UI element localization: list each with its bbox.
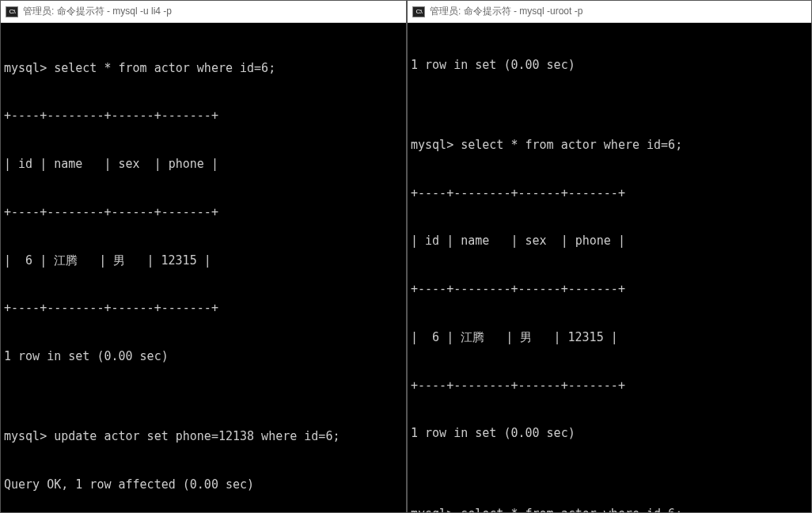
cmd-icon: C:\	[6, 6, 18, 17]
terminal-line: mysql> select * from actor where id=6;	[4, 60, 403, 76]
terminal-window-right: C:\ 管理员: 命令提示符 - mysql -uroot -p 1 row i…	[407, 0, 812, 513]
window-title-right: 管理员: 命令提示符 - mysql -uroot -p	[430, 5, 582, 18]
terminal-line: +----+--------+------+-------+	[4, 300, 403, 316]
terminal-line: 1 row in set (0.00 sec)	[4, 348, 403, 364]
terminal-line: | 6 | 江腾 | 男 | 12315 |	[4, 253, 403, 268]
terminal-line: | id | name | sex | phone |	[4, 156, 403, 172]
terminal-window-left: C:\ 管理员: 命令提示符 - mysql -u li4 -p mysql> …	[0, 0, 407, 513]
terminal-line: +----+--------+------+-------+	[411, 281, 808, 297]
terminal-line: Query OK, 1 row affected (0.00 sec)	[4, 477, 403, 492]
terminal-line: | 6 | 江腾 | 男 | 12315 |	[411, 329, 808, 345]
title-bar-right[interactable]: C:\ 管理员: 命令提示符 - mysql -uroot -p	[408, 1, 811, 23]
terminal-line: 1 row in set (0.00 sec)	[411, 425, 808, 441]
terminal-line: +----+--------+------+-------+	[411, 185, 808, 201]
terminal-line: | id | name | sex | phone |	[411, 233, 808, 249]
terminal-line: mysql> update actor set phone=12138 wher…	[4, 428, 403, 444]
cmd-icon: C:\	[412, 6, 425, 17]
window-title-left: 管理员: 命令提示符 - mysql -u li4 -p	[23, 5, 172, 18]
terminal-line: +----+--------+------+-------+	[411, 378, 808, 393]
terminal-line: +----+--------+------+-------+	[4, 204, 403, 220]
terminal-line: mysql> select * from actor where id=6;	[411, 506, 808, 513]
title-bar-left[interactable]: C:\ 管理员: 命令提示符 - mysql -u li4 -p	[1, 1, 406, 23]
terminal-line: +----+--------+------+-------+	[4, 108, 403, 124]
terminal-body-left[interactable]: mysql> select * from actor where id=6; +…	[1, 23, 406, 512]
terminal-body-right[interactable]: 1 row in set (0.00 sec) mysql> select * …	[408, 23, 811, 512]
terminal-line: 1 row in set (0.00 sec)	[411, 57, 808, 73]
terminal-line: mysql> select * from actor where id=6;	[411, 137, 808, 153]
